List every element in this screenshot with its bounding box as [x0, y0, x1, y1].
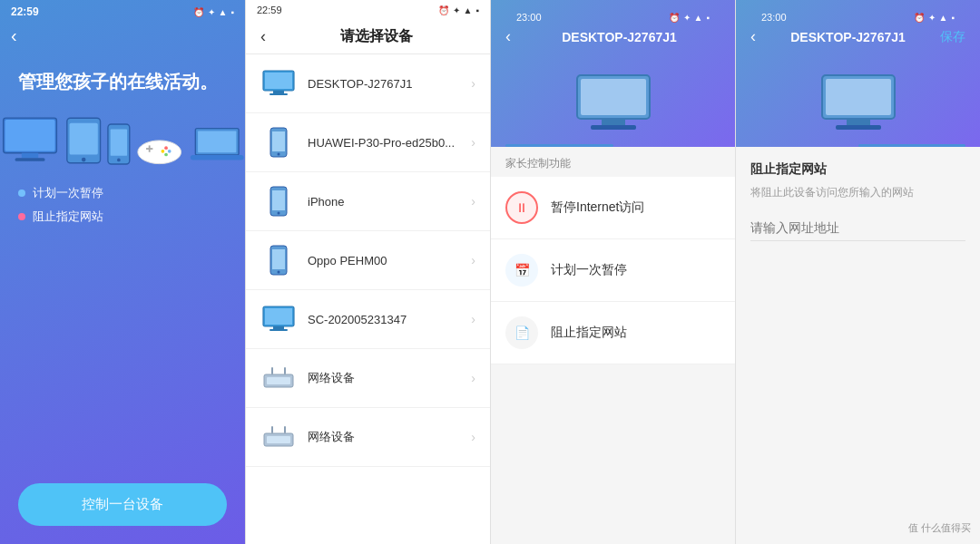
bt-icon-3: ✦ [683, 13, 691, 23]
panel2-header: ‹ 请选择设备 [246, 20, 490, 54]
url-input[interactable] [750, 215, 965, 241]
panel-block-website: 23:00 ⏰ ✦ ▲ ▪ ‹ DESKTOP-J2767J1 保存 阻止指定网… [735, 0, 980, 544]
feature-row-schedule[interactable]: 📅 计划一次暂停 [491, 239, 735, 302]
chevron-icon-4: › [471, 253, 475, 267]
feature-row-pause[interactable]: ⏸ 暂停Internet访问 [491, 177, 735, 239]
block-section-title: 阻止指定网站 [750, 161, 965, 178]
svg-point-29 [278, 212, 280, 215]
wifi-icon-4: ▲ [939, 13, 948, 23]
alarm-icon-3: ⏰ [669, 13, 680, 23]
panel4-header: 23:00 ⏰ ✦ ▲ ▪ ‹ DESKTOP-J2767J1 保存 [736, 0, 980, 147]
monitor-icon-2 [260, 303, 297, 335]
svg-rect-52 [836, 125, 881, 130]
svg-rect-31 [272, 249, 285, 269]
gamepad-icon [136, 132, 182, 167]
list-item[interactable]: 网络设备 › [246, 408, 490, 467]
svg-rect-12 [149, 145, 151, 151]
list-item[interactable]: HUAWEI-P30-Pro-ed25b0... › [246, 113, 490, 172]
device-name-4: Oppo PEHM00 [308, 254, 460, 267]
feature-text-block: 阻止指定网站 [551, 325, 627, 341]
panel-manage: 22:59 ⏰ ✦ ▲ ▪ ‹ 管理您孩子的在线活动。 [0, 0, 245, 544]
list-item[interactable]: 网络设备 › [246, 349, 490, 408]
chevron-icon-3: › [471, 194, 475, 209]
feature-text-pause: 暂停Internet访问 [551, 199, 644, 216]
status-icons-4: ⏰ ✦ ▲ ▪ [914, 12, 955, 23]
device-name-3: iPhone [308, 195, 460, 209]
back-button-2[interactable]: ‹ [260, 27, 266, 46]
list-item[interactable]: DESKTOP-J2767J1 › [246, 54, 490, 113]
chevron-icon-5: › [471, 312, 475, 326]
feature-row-block[interactable]: 📄 阻止指定网站 [491, 302, 735, 364]
panel1-content: ‹ 管理您孩子的在线活动。 [0, 24, 245, 94]
status-icons-2: ⏰ ✦ ▲ ▪ [438, 5, 479, 15]
status-bar-3: 23:00 ⏰ ✦ ▲ ▪ [505, 7, 720, 27]
panel3-header-top: ‹ DESKTOP-J2767J1 [505, 27, 720, 53]
panel3-body: 家长控制功能 ⏸ 暂停Internet访问 📅 计划一次暂停 📄 阻止指定网站 [491, 147, 735, 544]
bt-icon-2: ✦ [453, 5, 460, 15]
section-label-3: 家长控制功能 [491, 147, 735, 177]
svg-rect-43 [271, 426, 273, 433]
battery-icon-2: ▪ [475, 5, 479, 15]
time-2: 22:59 [257, 5, 282, 15]
svg-rect-1 [5, 120, 55, 151]
svg-rect-18 [198, 131, 236, 152]
svg-point-13 [164, 146, 168, 150]
panel-select-device: 22:59 ⏰ ✦ ▲ ▪ ‹ 请选择设备 DESKTOP-J2767J1 › … [245, 0, 490, 544]
svg-point-15 [164, 153, 168, 157]
svg-rect-36 [270, 329, 288, 331]
panel3-header: 23:00 ⏰ ✦ ▲ ▪ ‹ DESKTOP-J2767J1 [491, 0, 735, 147]
list-item[interactable]: iPhone › [246, 172, 490, 231]
chevron-icon-6: › [471, 371, 475, 385]
svg-point-6 [82, 158, 86, 162]
svg-rect-19 [190, 155, 243, 160]
svg-rect-34 [265, 308, 292, 325]
status-bar-1: 22:59 ⏰ ✦ ▲ ▪ [0, 0, 245, 24]
bt-icon-4: ✦ [928, 13, 936, 23]
panel-device-features: 23:00 ⏰ ✦ ▲ ▪ ‹ DESKTOP-J2767J1 家长控制功能 [490, 0, 735, 544]
watermark: 值 什么值得买 [908, 521, 971, 535]
svg-point-26 [278, 153, 280, 156]
device-name-2: HUAWEI-P30-Pro-ed25b0... [308, 136, 460, 150]
status-icons-1: ⏰ ✦ ▲ ▪ [193, 7, 234, 17]
schedule-icon: 📅 [505, 254, 538, 287]
svg-point-14 [168, 150, 172, 153]
device-name-6: 网络设备 [308, 370, 460, 386]
svg-rect-44 [284, 426, 286, 433]
desktop-banner-icon [573, 72, 654, 131]
feature-item-pause: 计划一次暂停 [18, 185, 227, 201]
svg-rect-8 [111, 129, 127, 155]
feature-text-schedule: 计划一次暂停 [551, 262, 627, 278]
feature-label-pause: 计划一次暂停 [33, 185, 103, 201]
device-list: DESKTOP-J2767J1 › HUAWEI-P30-Pro-ed25b0.… [246, 54, 490, 544]
wifi-icon-2: ▲ [464, 5, 473, 15]
svg-rect-21 [265, 73, 292, 89]
status-bar-2: 22:59 ⏰ ✦ ▲ ▪ [246, 0, 490, 20]
phone-icon-4 [260, 244, 297, 277]
phone-icon-3 [260, 185, 297, 218]
control-device-button[interactable]: 控制一台设备 [18, 483, 227, 526]
pause-icon: ⏸ [505, 191, 538, 224]
desktop-icon [0, 112, 60, 167]
svg-rect-39 [271, 367, 273, 374]
svg-point-10 [138, 141, 181, 164]
svg-rect-3 [15, 158, 45, 161]
back-button-4[interactable]: ‹ [750, 27, 756, 46]
list-item[interactable]: Oppo PEHM00 › [246, 231, 490, 290]
bluetooth-icon: ✦ [208, 7, 215, 17]
laptop-icon [189, 123, 245, 167]
svg-rect-42 [267, 436, 290, 443]
device-banner-3 [505, 53, 720, 144]
wifi-icon-3: ▲ [694, 13, 703, 23]
back-button-3[interactable]: ‹ [505, 27, 511, 46]
svg-rect-40 [284, 367, 286, 374]
tablet-icon [65, 114, 102, 167]
back-button-1[interactable]: ‹ [11, 25, 17, 46]
feature-item-block: 阻止指定网站 [18, 209, 227, 225]
svg-rect-2 [22, 153, 38, 159]
svg-rect-46 [581, 79, 646, 115]
list-item[interactable]: SC-202005231347 › [246, 290, 490, 349]
svg-rect-5 [70, 123, 98, 155]
time-1: 22:59 [11, 5, 39, 18]
save-button[interactable]: 保存 [940, 29, 965, 45]
device-name-7: 网络设备 [308, 429, 460, 445]
